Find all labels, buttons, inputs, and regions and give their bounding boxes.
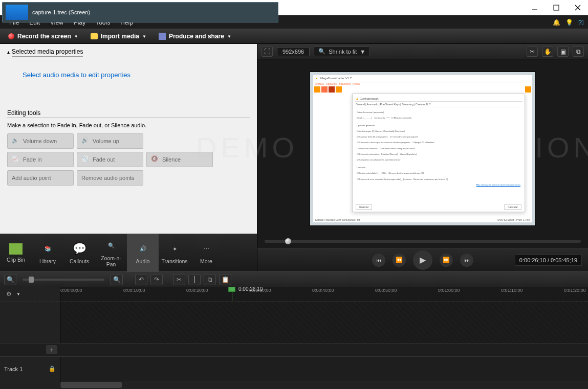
dimensions-display[interactable]: 992x696: [277, 47, 310, 56]
bell-icon[interactable]: 🔔: [553, 19, 560, 26]
track-1: Track 1 🔒 capture-1.trec (Screen): [0, 356, 588, 381]
crop-button[interactable]: ✂: [527, 47, 538, 57]
library-icon: 📚: [40, 242, 55, 256]
preview-frame: ▲MegaDownloader V1.7 Archivo Opciones St…: [310, 72, 535, 225]
help-icon[interactable]: ?⃝: [578, 19, 584, 26]
record-icon: [8, 33, 14, 39]
tab-callouts[interactable]: 💬Callouts: [63, 234, 95, 271]
redo-button[interactable]: ↷: [150, 274, 163, 285]
import-media-button[interactable]: Import media▼: [86, 31, 150, 42]
zoom-out-button[interactable]: 🔍: [4, 274, 16, 285]
canvas-toolbar: ⛶ 992x696 🔍Shrink to fit▼ ✂ ✋ ▣ ⧉: [257, 44, 588, 59]
scrubber-thumb[interactable]: [285, 238, 291, 244]
silence-icon: 🔇: [151, 155, 159, 164]
timeline: ⚙▼ 0:00:00;00 0:00:10;00 0:00:20;00 0:00…: [0, 287, 588, 389]
fade-in-icon: 📈: [12, 155, 20, 164]
more-icon: ⋯: [199, 242, 213, 256]
editing-tools-header: Editing tools: [7, 109, 250, 118]
playback-controls: ⏮ ⏪ ▶ ⏩ ⏭ 0:00:26;10 / 0:05:45;19: [257, 248, 588, 271]
play-button[interactable]: ▶: [413, 250, 432, 270]
clip-bin-icon: [9, 243, 23, 255]
fade-out-button[interactable]: 📉Fade out: [77, 152, 143, 167]
add-audio-point-button[interactable]: Add audio point: [7, 170, 74, 186]
canvas-panel: ⛶ 992x696 🔍Shrink to fit▼ ✂ ✋ ▣ ⧉ DEMO V…: [257, 44, 588, 271]
tab-clip-bin[interactable]: Clip Bin: [0, 234, 32, 271]
silence-button[interactable]: 🔇Silence: [146, 152, 213, 167]
produce-share-button[interactable]: Produce and share▼: [155, 31, 235, 42]
scrubber[interactable]: [257, 238, 588, 248]
horizontal-scrollbar[interactable]: [60, 381, 588, 389]
timecode-display: 0:00:26;10 / 0:05:45;19: [515, 255, 582, 266]
minimize-button[interactable]: [529, 2, 541, 14]
maximize-button[interactable]: [550, 2, 562, 14]
folder-icon: [91, 33, 98, 39]
prev-frame-button[interactable]: ⏮: [372, 254, 385, 267]
section-header: Selected media properties: [12, 48, 83, 57]
close-button[interactable]: [572, 2, 584, 14]
rewind-button[interactable]: ⏪: [393, 254, 406, 267]
bulb-icon[interactable]: 💡: [565, 19, 573, 26]
properties-panel: ▴Selected media properties Select audio …: [0, 44, 257, 271]
tab-zoom-n-pan[interactable]: 🔍Zoom-n-Pan: [95, 234, 127, 271]
canvas[interactable]: DEMO VERSION ▲MegaDownloader V1.7 Archiv…: [257, 59, 588, 238]
transitions-icon: ✦: [167, 242, 182, 256]
forward-button[interactable]: ⏩: [440, 254, 453, 267]
collapse-icon[interactable]: ▴: [7, 49, 10, 55]
clip-thumbnail: [6, 5, 28, 20]
lock-icon[interactable]: 🔒: [49, 365, 56, 372]
main-toolbar: Record the screen▼ Import media▼ Produce…: [0, 29, 588, 44]
split-button[interactable]: ⎮: [188, 274, 201, 285]
track-label: Track 1: [4, 366, 23, 372]
volume-up-icon: 🔊: [81, 137, 90, 145]
tab-audio[interactable]: 🔊Audio: [127, 234, 159, 271]
svg-rect-1: [554, 5, 559, 10]
record-screen-button[interactable]: Record the screen▼: [4, 31, 82, 42]
zoom-slider[interactable]: [23, 279, 104, 281]
volume-down-button[interactable]: 🔉Volume down: [7, 133, 74, 149]
next-frame-button[interactable]: ⏭: [460, 254, 473, 267]
timeline-clip[interactable]: capture-1.trec (Screen): [2, 2, 278, 22]
tab-library[interactable]: 📚Library: [32, 234, 63, 271]
callouts-icon: 💬: [72, 242, 86, 256]
audio-icon: 🔊: [136, 242, 150, 256]
hint-text: Select audio media to edit properties: [23, 71, 250, 79]
gear-icon[interactable]: ⚙: [4, 289, 13, 299]
zoom-in-button[interactable]: 🔍: [111, 274, 123, 285]
clip-label: capture-1.trec (Screen): [32, 9, 90, 15]
detach-button[interactable]: ⧉: [573, 47, 584, 57]
tool-tabs: Clip Bin 📚Library 💬Callouts 🔍Zoom-n-Pan …: [0, 234, 257, 271]
timeline-toolbar: 🔍 🔍 ↶ ↷ ✂ ⎮ ⧉ 📋: [0, 271, 588, 287]
zoom-icon: 🔍: [104, 239, 118, 253]
pan-button[interactable]: ✋: [542, 47, 553, 57]
tab-transitions[interactable]: ✦Transitions: [159, 234, 190, 271]
fullscreen-button[interactable]: ⛶: [262, 47, 273, 57]
share-icon: [159, 33, 166, 40]
volume-up-button[interactable]: 🔊Volume up: [77, 133, 143, 149]
playhead[interactable]: 0:00:26;10: [228, 287, 237, 294]
layers-button[interactable]: ▣: [557, 47, 569, 57]
tab-more[interactable]: ⋯More: [190, 234, 222, 271]
fade-in-button[interactable]: 📈Fade in: [7, 152, 74, 167]
fade-out-icon: 📉: [81, 155, 90, 164]
remove-audio-points-button[interactable]: Remove audio points: [77, 170, 143, 186]
zoom-select[interactable]: 🔍Shrink to fit▼: [314, 47, 370, 56]
editing-subtext: Make a selection to Fade in, Fade out, o…: [7, 122, 250, 128]
cut-button[interactable]: ✂: [173, 274, 185, 285]
empty-track-area[interactable]: [0, 301, 588, 343]
time-ruler[interactable]: 0:00:00;00 0:00:10;00 0:00:20;00 0:00:30…: [60, 287, 588, 301]
undo-button[interactable]: ↶: [135, 274, 147, 285]
add-track-button[interactable]: ＋: [46, 345, 57, 354]
volume-down-icon: 🔉: [12, 137, 20, 145]
paste-button[interactable]: 📋: [219, 274, 231, 285]
copy-button[interactable]: ⧉: [204, 274, 216, 285]
